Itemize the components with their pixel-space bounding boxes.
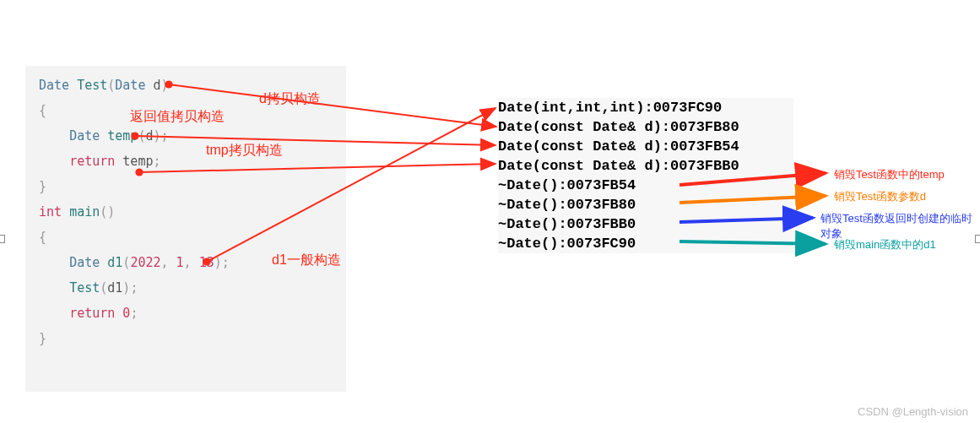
code-line: } <box>25 326 346 351</box>
output-line: ~Date():0073FB80 <box>498 195 793 214</box>
output-line: Date(const Date& d):0073FBB0 <box>498 156 793 176</box>
annotation-tmp-copy: tmp拷贝构造 <box>206 142 283 160</box>
annotation-d-copy: d拷贝构造 <box>259 90 321 108</box>
watermark: CSDN @Length-vision <box>858 405 968 418</box>
annotation-d1-ctor: d1一般构造 <box>272 252 341 269</box>
fn-name: Test <box>77 78 107 93</box>
code-line: int main() <box>25 199 346 225</box>
annotation-return-copy: 返回值拷贝构造 <box>130 108 225 126</box>
output-block: Date(int,int,int):0073FC90 Date(const Da… <box>498 98 793 253</box>
annotation-destroy-temp: 销毁Test函数中的temp <box>834 167 945 182</box>
output-line: ~Date():0073FBB0 <box>498 214 793 234</box>
code-line: { <box>25 225 346 250</box>
output-line: Date(const Date& d):0073FB80 <box>498 117 793 137</box>
code-line: Test(d1); <box>25 275 346 301</box>
code-line: return temp; <box>25 149 346 174</box>
output-line: Date(int,int,int):0073FC90 <box>498 98 793 117</box>
output-line: Date(const Date& d):0073FB54 <box>498 137 793 156</box>
code-line: return 0; <box>25 301 346 326</box>
edge-marker <box>975 235 980 243</box>
output-line: ~Date():0073FB54 <box>498 176 793 195</box>
edge-marker <box>0 235 5 243</box>
annotation-destroy-d1: 销毁main函数中的d1 <box>834 237 936 252</box>
code-line: } <box>25 174 346 199</box>
output-line: ~Date():0073FC90 <box>498 234 793 253</box>
type-token: Date <box>39 78 77 93</box>
code-line: Date temp(d); <box>25 123 346 149</box>
annotation-destroy-param: 销毁Test函数参数d <box>834 189 926 204</box>
